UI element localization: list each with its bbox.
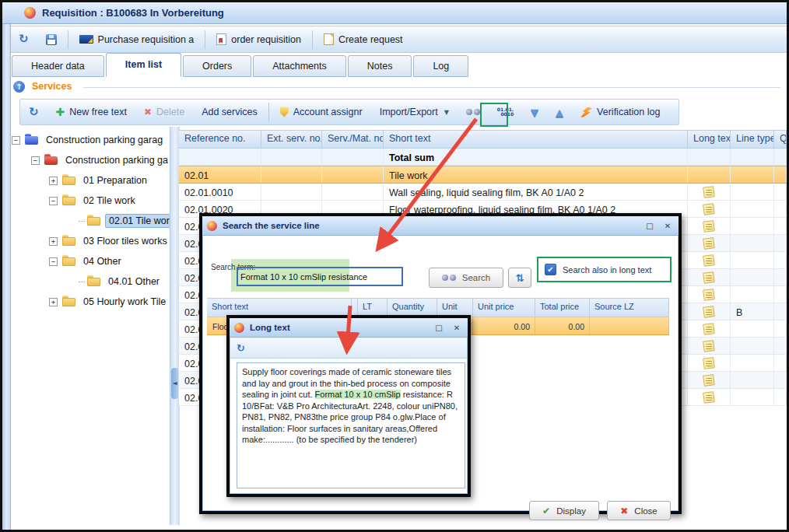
refresh-button[interactable]: ↻ [10, 30, 37, 50]
save-button[interactable] [37, 30, 65, 50]
table-row[interactable]: Total sum [179, 149, 787, 166]
delete-button[interactable]: ✖ Delete [135, 102, 193, 122]
rcol-spacer [352, 299, 358, 317]
rcol-unit[interactable]: Unit [437, 299, 473, 317]
long-text-note-icon[interactable] [703, 186, 715, 198]
tab-notes[interactable]: Notes [348, 55, 412, 77]
move-up-button[interactable]: ▲ [547, 102, 572, 122]
col-long-text[interactable]: Long text [688, 131, 731, 148]
long-text-content[interactable]: Supply floor coverings made of ceramic s… [237, 362, 465, 488]
close-icon[interactable]: ✕ [661, 222, 674, 230]
import-export-dropdown[interactable]: Import/Export ▼ [371, 102, 458, 122]
add-services-button[interactable]: Add services [193, 102, 266, 122]
sort-button[interactable]: ⇅ [508, 268, 531, 288]
folder-icon [62, 197, 75, 205]
tab-attachments[interactable]: Attachments [253, 55, 345, 77]
close-icon[interactable]: ✕ [451, 324, 463, 332]
tree-item[interactable]: −Construction parking garag [12, 130, 170, 150]
tree-item[interactable]: −02 Tile work [12, 191, 170, 211]
order-requisition-button[interactable]: order requisition [208, 30, 310, 50]
rcol-short-text[interactable]: Short text [207, 299, 352, 317]
long-text-note-icon[interactable] [703, 220, 715, 233]
cell-quantity [774, 269, 787, 285]
rcol-total-price[interactable]: Total price [535, 299, 590, 317]
collapse-section-icon[interactable]: ↑ [13, 81, 25, 93]
collapse-icon[interactable]: − [49, 257, 58, 266]
long-text-note-icon[interactable] [703, 340, 715, 352]
account-assignment-button[interactable]: Account assignr [272, 102, 371, 122]
col-ext-serv-no[interactable]: Ext. serv. no. [261, 131, 322, 148]
tree-item[interactable]: 02.01 Tile work [12, 211, 170, 231]
checkbox-checked-icon[interactable]: ✔ [545, 264, 556, 275]
expand-icon[interactable]: + [49, 298, 58, 306]
long-text-note-icon[interactable] [703, 289, 715, 301]
long-text-note-icon[interactable] [703, 374, 715, 387]
left-scroll-strip[interactable] [2, 24, 11, 530]
cell-quantity [774, 166, 787, 183]
search-dialog-titlebar[interactable]: Search the service line □ ✕ [202, 216, 679, 236]
long-text-note-icon[interactable] [703, 306, 715, 318]
annotation-box-binoculars [480, 103, 508, 127]
delete-label: Delete [156, 107, 184, 117]
maximize-icon[interactable]: □ [643, 222, 656, 230]
tree-item[interactable]: +05 Hourly work Tile [12, 292, 170, 312]
refresh-services-button[interactable]: ↻ [20, 102, 47, 122]
table-row[interactable]: 02.01Tile work [179, 166, 787, 184]
tree-item[interactable]: 04.01 Other [12, 271, 170, 292]
create-request-button[interactable]: Create request [315, 30, 412, 50]
refresh-icon[interactable]: ↻ [237, 342, 245, 354]
collapse-icon[interactable]: − [49, 197, 58, 205]
purchase-requisition-button[interactable]: Purchase requisition a [71, 30, 203, 50]
maximize-icon[interactable]: □ [433, 324, 445, 332]
tree-item[interactable]: +03 Floor tiles works [12, 231, 170, 251]
tab-header-data[interactable]: Header data [12, 55, 104, 77]
tree-item[interactable]: −04 Other [12, 251, 170, 271]
long-text-note-icon[interactable] [703, 203, 715, 215]
cell-quantity [774, 252, 787, 268]
page-icon [324, 33, 334, 45]
arrow-up-icon: ▲ [556, 107, 563, 118]
tree-item[interactable]: +01 Preparation [12, 170, 170, 191]
rcol-quantity[interactable]: Quantity [387, 299, 437, 317]
long-text-note-icon[interactable] [703, 237, 715, 250]
move-down-button[interactable]: ▼ [522, 102, 547, 122]
col-serv-mat-no[interactable]: Serv./Mat. no. [322, 131, 384, 148]
verification-log-button[interactable]: Verification log [572, 102, 668, 122]
search-long-text-option[interactable]: ✔ Search also in long text [537, 257, 672, 282]
expand-icon[interactable]: + [49, 237, 58, 246]
long-text-note-icon[interactable] [703, 254, 715, 267]
rcol-lt[interactable]: LT [358, 299, 387, 317]
rcol-unit-price[interactable]: Unit price [473, 299, 535, 317]
checkbox-label: Search also in long text [563, 265, 651, 275]
cell-quantity [774, 320, 787, 337]
new-free-text-button[interactable]: ✚ New free text [47, 102, 135, 122]
tab-orders[interactable]: Orders [183, 55, 251, 77]
long-text-note-icon[interactable] [703, 357, 715, 369]
col-short-text[interactable]: Short text [384, 131, 688, 148]
search-button[interactable]: Search [429, 268, 503, 288]
cell-line-type [731, 218, 774, 234]
long-text-note-icon[interactable] [703, 391, 715, 404]
search-term-input[interactable] [237, 267, 403, 286]
close-button[interactable]: ✖ Close [607, 501, 671, 520]
display-button[interactable]: ✔ Display [529, 501, 599, 520]
tree-item-label: 02 Tile work [80, 194, 139, 207]
long-text-note-icon[interactable] [703, 323, 715, 335]
col-reference-no[interactable]: Reference no. [179, 131, 261, 148]
col-quantity[interactable]: Qu [774, 131, 787, 148]
expand-icon[interactable]: + [49, 177, 58, 185]
tab-item-list[interactable]: Item list [106, 53, 181, 77]
splitter-collapse-handle[interactable]: ◄ [171, 368, 178, 399]
collapse-icon[interactable]: − [12, 136, 20, 145]
tree-item-label: 04.01 Other [105, 275, 163, 288]
cell-line-type [731, 372, 774, 388]
long-text-note-icon[interactable] [703, 271, 715, 284]
tab-log[interactable]: Log [413, 55, 468, 77]
cell-ext-serv-no [261, 149, 322, 165]
rcol-source-lz[interactable]: Source LZ [590, 299, 669, 317]
tree-item[interactable]: −Construction parking ga [12, 150, 170, 170]
table-row[interactable]: 02.01.0010Wall sealing, liquid sealing f… [179, 184, 787, 201]
col-line-type[interactable]: Line type [731, 131, 774, 148]
collapse-icon[interactable]: − [31, 156, 40, 165]
long-text-dialog-titlebar[interactable]: Long text □ ✕ [230, 318, 468, 338]
